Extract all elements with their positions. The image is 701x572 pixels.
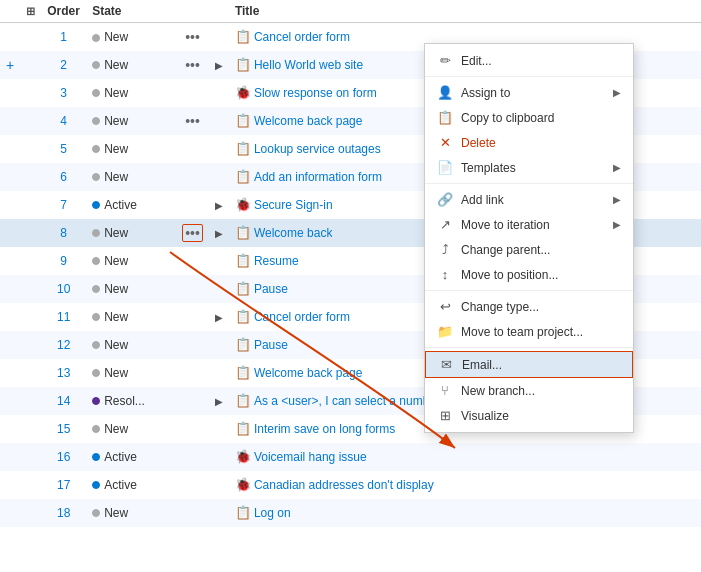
title-link[interactable]: Pause [254, 282, 288, 296]
order-cell: 10 [41, 275, 86, 303]
state-dot [92, 341, 100, 349]
title-link[interactable]: Slow response on form [254, 86, 377, 100]
menu-item-delete[interactable]: ✕Delete [425, 130, 633, 155]
title-link[interactable]: Lookup service outages [254, 142, 381, 156]
menu-item-assign-to[interactable]: 👤Assign to▶ [425, 80, 633, 105]
state-label: New [104, 282, 128, 296]
bug-icon: 🐞 [235, 197, 251, 212]
expand-arrow-cell [209, 107, 229, 135]
add-cell [0, 359, 20, 387]
title-link[interactable]: Welcome back page [254, 114, 363, 128]
state-label: New [104, 170, 128, 184]
state-cell: New [86, 79, 176, 107]
title-link[interactable]: Log on [254, 506, 291, 520]
title-link[interactable]: Cancel order form [254, 30, 350, 44]
menu-label-move-team: Move to team project... [461, 325, 621, 339]
expand-header-icon: ⊞ [26, 5, 35, 17]
title-link[interactable]: Hello World web site [254, 58, 363, 72]
menu-item-templates[interactable]: 📄Templates▶ [425, 155, 633, 180]
title-link[interactable]: As a <user>, I can select a numbe [254, 394, 436, 408]
book-icon: 📋 [235, 169, 251, 184]
expand-arrow-icon[interactable]: ▶ [215, 312, 223, 323]
menu-item-new-branch[interactable]: ⑂New branch... [425, 378, 633, 403]
expand-cell [20, 247, 41, 275]
title-link[interactable]: Canadian addresses don't display [254, 478, 434, 492]
menu-label-new-branch: New branch... [461, 384, 621, 398]
title-link[interactable]: Secure Sign-in [254, 198, 333, 212]
book-icon: 📋 [235, 57, 251, 72]
menu-label-move-position: Move to position... [461, 268, 621, 282]
state-label: New [104, 338, 128, 352]
expand-cell [20, 79, 41, 107]
state-dot [92, 201, 100, 209]
menu-label-delete: Delete [461, 136, 621, 150]
expand-cell [20, 303, 41, 331]
title-link[interactable]: Pause [254, 338, 288, 352]
col-dots-header [176, 0, 209, 23]
expand-arrow-icon[interactable]: ▶ [215, 396, 223, 407]
title-link[interactable]: Interim save on long forms [254, 422, 395, 436]
state-dot [92, 509, 100, 517]
add-cell [0, 23, 20, 51]
state-dot [92, 369, 100, 377]
state-cell: Active [86, 471, 176, 499]
menu-item-edit[interactable]: ✏Edit... [425, 48, 633, 73]
title-link[interactable]: Resume [254, 254, 299, 268]
menu-item-change-type[interactable]: ↩Change type... [425, 294, 633, 319]
state-dot [92, 425, 100, 433]
dots-menu-icon[interactable]: ••• [185, 57, 200, 73]
expand-arrow-cell [209, 331, 229, 359]
title-link[interactable]: Cancel order form [254, 310, 350, 324]
expand-arrow-cell [209, 275, 229, 303]
state-dot [92, 453, 100, 461]
add-cell [0, 499, 20, 527]
order-cell: 5 [41, 135, 86, 163]
order-cell: 4 [41, 107, 86, 135]
expand-cell [20, 331, 41, 359]
menu-item-add-link[interactable]: 🔗Add link▶ [425, 187, 633, 212]
state-dot [92, 145, 100, 153]
menu-icon-assign-to: 👤 [437, 85, 453, 100]
menu-item-move-iteration[interactable]: ↗Move to iteration▶ [425, 212, 633, 237]
add-cell [0, 275, 20, 303]
menu-icon-email: ✉ [438, 357, 454, 372]
expand-arrow-icon[interactable]: ▶ [215, 60, 223, 71]
dots-menu-icon[interactable]: ••• [185, 29, 200, 45]
expand-arrow-cell: ▶ [209, 387, 229, 415]
add-row-icon[interactable]: + [6, 57, 14, 73]
dots-menu-icon[interactable]: ••• [182, 224, 203, 242]
dots-menu-icon[interactable]: ••• [185, 113, 200, 129]
add-cell: + [0, 51, 20, 79]
expand-arrow-cell [209, 247, 229, 275]
state-label: New [104, 254, 128, 268]
menu-item-move-team[interactable]: 📁Move to team project... [425, 319, 633, 344]
menu-item-visualize[interactable]: ⊞Visualize [425, 403, 633, 428]
state-label: New [104, 114, 128, 128]
menu-divider [425, 347, 633, 348]
add-cell [0, 135, 20, 163]
state-cell: New [86, 23, 176, 51]
state-label: New [104, 58, 128, 72]
expand-arrow-icon[interactable]: ▶ [215, 200, 223, 211]
expand-arrow-cell [209, 443, 229, 471]
state-label: Active [104, 198, 137, 212]
menu-item-copy-clipboard[interactable]: 📋Copy to clipboard [425, 105, 633, 130]
title-link[interactable]: Add an information form [254, 170, 382, 184]
title-link[interactable]: Welcome back [254, 226, 332, 240]
state-cell: New [86, 415, 176, 443]
state-cell: New [86, 359, 176, 387]
state-label: New [104, 30, 128, 44]
expand-arrow-icon[interactable]: ▶ [215, 228, 223, 239]
state-dot [92, 257, 100, 265]
book-icon: 📋 [235, 393, 251, 408]
title-cell: 🐞Voicemail hang issue [229, 443, 701, 471]
menu-item-change-parent[interactable]: ⤴Change parent... [425, 237, 633, 262]
title-link[interactable]: Voicemail hang issue [254, 450, 367, 464]
state-dot [92, 61, 100, 69]
menu-item-move-position[interactable]: ↕Move to position... [425, 262, 633, 287]
menu-item-email[interactable]: ✉Email... [425, 351, 633, 378]
state-cell: New [86, 499, 176, 527]
menu-submenu-arrow-templates: ▶ [613, 162, 621, 173]
title-link[interactable]: Welcome back page [254, 366, 363, 380]
dots-cell [176, 331, 209, 359]
